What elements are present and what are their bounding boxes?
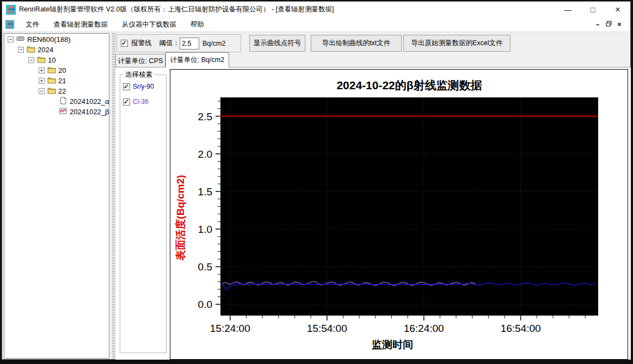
- show-curve-points-button[interactable]: 显示曲线点符号: [249, 35, 305, 52]
- tab-unit-bqcm2[interactable]: 计量单位: Bq/cm2: [165, 52, 229, 67]
- menu-items: 文件查看辐射测量数据从仪器中下载数据帮助: [19, 17, 211, 32]
- alarm-threshold-group: 报警线 阈值： Bq/cm2: [116, 34, 241, 52]
- alarm-line-label: 报警线: [131, 39, 152, 48]
- x-tick-label: 15:54:00: [307, 323, 347, 334]
- chart-title: 2024-10-22的β射线监测数据: [336, 79, 482, 91]
- tree-item-label: 20241022_α: [70, 97, 109, 106]
- mdi-close-icon[interactable]: ×: [614, 21, 625, 28]
- tree-item-label: REN600(188): [27, 35, 71, 44]
- alarm-line-checkbox[interactable]: [121, 40, 128, 47]
- tree-item-label: 22: [58, 87, 66, 95]
- folder-icon: [47, 87, 56, 94]
- x-tick-label: 15:24:00: [210, 323, 250, 334]
- collapse-minus-icon[interactable]: [28, 57, 34, 63]
- window-title: RenriRate辐射剂量管理软件 V2.0版（版权所有：上海仁日辐射防护设备有…: [19, 5, 334, 14]
- tree-item[interactable]: 20: [4, 66, 109, 75]
- menu-item[interactable]: 查看辐射测量数据: [46, 21, 115, 28]
- nuclide-item: Sr/y-90: [123, 83, 166, 90]
- tab-unit-cps[interactable]: 计量单位: CPS: [115, 54, 165, 67]
- monitoring-chart: 0.00.51.01.52.02.515:24:0015:54:0016:24:…: [170, 70, 629, 360]
- chart-xlabel: 监测时间: [372, 339, 413, 350]
- collapse-minus-icon[interactable]: [8, 36, 14, 42]
- tree-item[interactable]: 20241022_β: [4, 107, 109, 116]
- title-bar: RnRi RenriRate辐射剂量管理软件 V2.0版（版权所有：上海仁日辐射…: [2, 2, 630, 17]
- collapse-minus-icon[interactable]: [39, 88, 45, 94]
- menu-item[interactable]: 文件: [19, 21, 46, 28]
- svg-text:RnRi: RnRi: [8, 23, 13, 26]
- document-icon: [59, 97, 67, 104]
- mdi-window-controls: – ×: [592, 21, 625, 28]
- tree-item-label: 20241022_β: [70, 108, 109, 116]
- tree-item-label: 21: [58, 77, 66, 85]
- y-tick-label: 2.0: [198, 149, 212, 160]
- menu-item[interactable]: 帮助: [183, 21, 211, 28]
- nuclide-checkbox[interactable]: [123, 83, 130, 90]
- device-icon: [16, 35, 25, 42]
- menu-bar: RnRi 文件查看辐射测量数据从仪器中下载数据帮助 – ×: [2, 17, 630, 32]
- app-window: RnRi RenriRate辐射剂量管理软件 V2.0版（版权所有：上海仁日辐射…: [2, 1, 631, 360]
- tree-item[interactable]: 10: [4, 55, 109, 65]
- nuclide-groupbox-title: 选择核素: [124, 70, 154, 79]
- svg-text:RnRi: RnRi: [9, 8, 15, 11]
- chart-file-icon: [59, 107, 67, 115]
- nuclide-item: Cl-36: [123, 98, 166, 106]
- folder-icon: [37, 55, 46, 63]
- window-controls: — □ ×: [555, 2, 630, 17]
- plot-area: [220, 97, 598, 316]
- folder-icon: [47, 66, 56, 73]
- y-tick-label: 1.0: [198, 224, 212, 235]
- y-tick-label: 0.5: [198, 261, 212, 273]
- threshold-unit-label: Bq/cm2: [202, 40, 225, 47]
- nuclide-groupbox: 选择核素 Sr/y-90Cl-36: [120, 75, 167, 353]
- tree-item-label: 10: [48, 56, 56, 64]
- nuclide-checkbox[interactable]: [123, 98, 130, 106]
- chart-panel: 0.00.51.01.52.02.515:24:0015:54:0016:24:…: [170, 69, 628, 360]
- x-tick-label: 16:54:00: [501, 323, 541, 334]
- tree-item-label: 2024: [38, 46, 53, 54]
- expand-plus-icon[interactable]: [39, 78, 45, 84]
- expand-plus-icon[interactable]: [39, 67, 45, 73]
- menu-item[interactable]: 从仪器中下载数据: [115, 21, 183, 28]
- minimize-icon[interactable]: —: [555, 2, 580, 17]
- y-tick-label: 1.5: [198, 186, 212, 198]
- nuclide-label: Sr/y-90: [133, 83, 154, 90]
- tree-item-label: 20: [58, 66, 66, 75]
- tree-item[interactable]: REN600(188): [4, 35, 109, 44]
- threshold-label: 阈值：: [159, 39, 180, 48]
- y-tick-label: 2.5: [198, 111, 212, 122]
- app-icon: RnRi: [6, 5, 16, 15]
- mdi-minimize-icon[interactable]: –: [592, 21, 603, 28]
- mdi-restore-icon[interactable]: [603, 21, 614, 28]
- maximize-icon[interactable]: □: [580, 2, 605, 17]
- collapse-minus-icon[interactable]: [18, 47, 24, 53]
- folder-icon: [47, 76, 56, 84]
- tree-item[interactable]: 21: [4, 76, 109, 85]
- nuclide-label: Cl-36: [133, 98, 149, 106]
- folder-icon: [27, 45, 35, 53]
- threshold-input[interactable]: [180, 38, 199, 50]
- tree-item[interactable]: 20241022_α: [4, 97, 109, 106]
- mdi-child-icon: RnRi: [5, 20, 14, 29]
- y-tick-label: 0.0: [198, 299, 212, 310]
- export-excel-button[interactable]: 导出原始测量数据的Excel文件: [403, 35, 511, 52]
- tree-item[interactable]: 2024: [4, 45, 109, 54]
- x-tick-label: 16:24:00: [404, 323, 444, 334]
- export-txt-button[interactable]: 导出绘制曲线的txt文件: [311, 35, 402, 52]
- close-icon[interactable]: ×: [605, 2, 630, 17]
- chart-ylabel: 表面活度(Bq/cm2): [175, 175, 186, 261]
- tree-item[interactable]: 22: [4, 87, 109, 96]
- file-tree-panel: REN600(188)20241020212220241022_α2024102…: [4, 33, 109, 359]
